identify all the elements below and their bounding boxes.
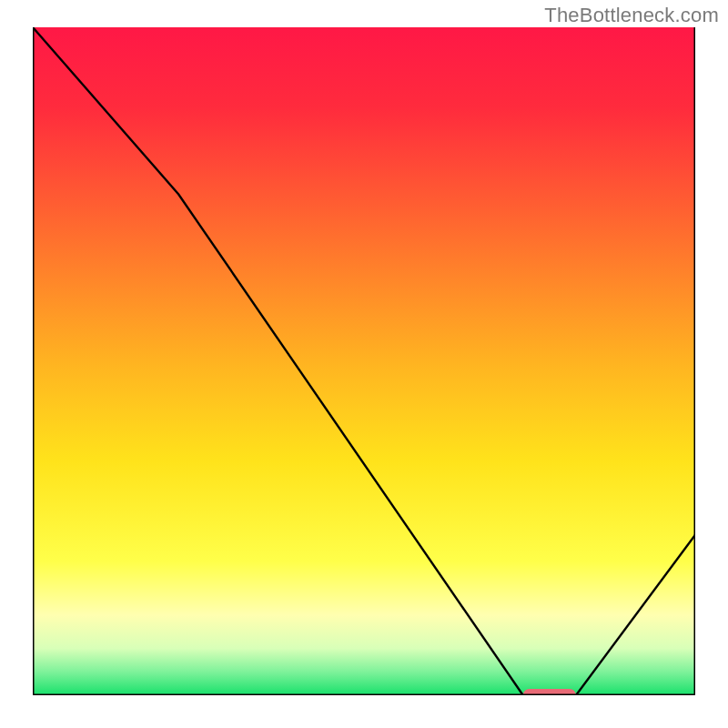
bottleneck-chart (0, 0, 728, 728)
plot-area (33, 27, 695, 702)
chart-container: { "watermark": "TheBottleneck.com", "cha… (0, 0, 728, 728)
gradient-background (33, 27, 695, 695)
